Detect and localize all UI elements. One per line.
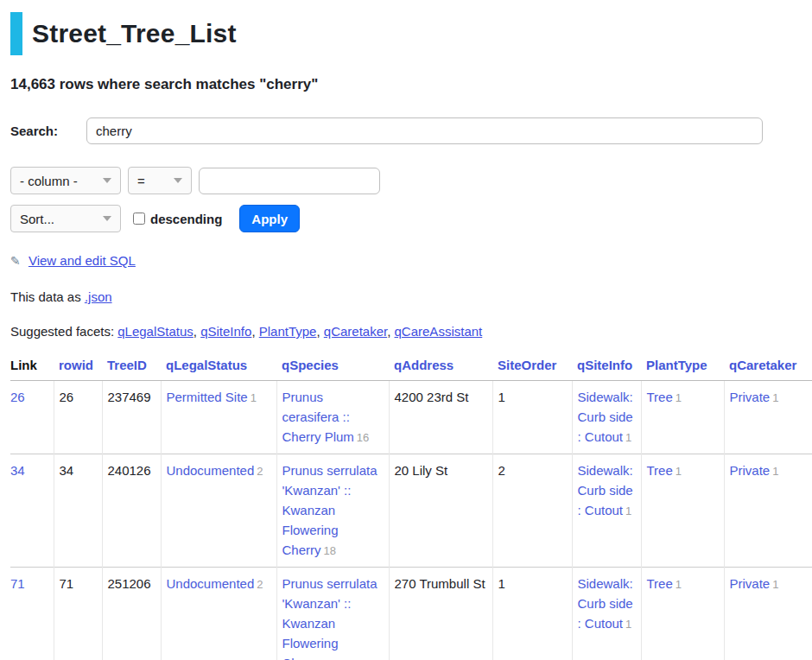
facet-count: 18: [324, 544, 336, 557]
cell-qaddress: 270 Trumbull St: [389, 568, 492, 660]
column-header-link: Link: [10, 354, 54, 381]
facet-count: 16: [357, 431, 369, 444]
page-header: Street_Tree_List: [10, 12, 812, 55]
pencil-icon: ✎: [10, 254, 21, 268]
facet-value-link[interactable]: Undocumented: [167, 463, 255, 478]
row-link[interactable]: 34: [10, 463, 25, 478]
operator-select-value: =: [137, 174, 145, 188]
sql-line: ✎ View and edit SQL: [10, 253, 812, 268]
facet-separator: ,: [316, 324, 323, 339]
cell-siteorder: 1: [492, 568, 572, 660]
column-header-qsiteinfo[interactable]: qSiteInfo: [572, 354, 641, 381]
facet-count: 2: [257, 578, 263, 591]
facet-link-qsiteinfo[interactable]: qSiteInfo: [200, 324, 251, 339]
column-header-planttype[interactable]: PlantType: [641, 354, 724, 381]
cell-siteorder: 2: [492, 454, 572, 568]
cell-qcaretaker: Private1: [724, 568, 812, 660]
row-link[interactable]: 26: [10, 390, 25, 404]
facet-separator: ,: [251, 324, 258, 339]
view-edit-sql-link[interactable]: View and edit SQL: [29, 253, 136, 268]
cell-qlegalstatus: Permitted Site1: [161, 381, 276, 454]
column-header-qspecies[interactable]: qSpecies: [276, 354, 389, 381]
facet-separator: ,: [387, 324, 394, 339]
filter-row: - column - =: [10, 167, 812, 194]
apply-button[interactable]: Apply: [239, 205, 300, 232]
cell-qlegalstatus: Undocumented2: [161, 454, 276, 568]
facet-count: 1: [676, 465, 682, 478]
row-link[interactable]: 71: [10, 576, 25, 591]
sort-by-qspecies-link[interactable]: qSpecies: [282, 358, 339, 372]
cell-siteorder: 1: [492, 381, 572, 454]
column-select[interactable]: - column -: [10, 167, 121, 194]
column-header-qlegalstatus[interactable]: qLegalStatus: [161, 354, 276, 381]
facet-link-qcaretaker[interactable]: qCaretaker: [324, 324, 387, 339]
column-header-rowid[interactable]: rowid: [54, 354, 102, 381]
cell-link: 26: [10, 381, 54, 454]
cell-link: 71: [10, 568, 54, 660]
sort-by-planttype-link[interactable]: PlantType: [646, 358, 707, 372]
chevron-down-icon: [103, 178, 111, 183]
data-as-line: This data as .json: [10, 289, 812, 304]
facet-value-link[interactable]: Permitted Site: [167, 390, 248, 404]
cell-rowid: 26: [54, 381, 102, 454]
filter-value-input[interactable]: [199, 168, 380, 194]
facet-value-link[interactable]: Private: [730, 390, 771, 404]
table-header-row: Link rowid TreeID qLegalStatus qSpecies …: [10, 354, 812, 381]
facet-link-planttype[interactable]: PlantType: [259, 324, 317, 339]
cell-rowid: 34: [54, 454, 102, 568]
chevron-down-icon: [174, 178, 182, 183]
search-form: Search:: [10, 117, 812, 144]
facet-value-link[interactable]: Tree: [647, 463, 673, 478]
facet-value-link[interactable]: Prunus serrulata 'Kwanzan' :: Kwanzan Fl…: [282, 576, 377, 660]
column-header-treeid[interactable]: TreeID: [102, 354, 161, 381]
facet-value-link[interactable]: Private: [730, 576, 771, 591]
search-input[interactable]: [86, 117, 763, 144]
sort-by-rowid-link[interactable]: rowid: [59, 358, 93, 372]
cell-link: 34: [10, 454, 54, 568]
column-header-qaddress[interactable]: qAddress: [389, 354, 492, 381]
facet-count: 1: [251, 391, 257, 404]
suggested-facets-line: Suggested facets: qLegalStatus, qSiteInf…: [10, 324, 812, 339]
descending-checkbox[interactable]: [133, 213, 145, 225]
facets-prefix: Suggested facets:: [10, 324, 117, 339]
facet-value-link[interactable]: Tree: [647, 576, 673, 591]
column-header-siteorder[interactable]: SiteOrder: [492, 354, 572, 381]
sort-by-treeid-link[interactable]: TreeID: [107, 358, 147, 372]
operator-select[interactable]: =: [128, 167, 192, 194]
cell-treeid: 237469: [102, 381, 161, 454]
facet-value-link[interactable]: Private: [730, 463, 771, 478]
row-count-summary: 14,663 rows where search matches "cherry…: [10, 76, 812, 93]
facet-count: 1: [676, 391, 682, 404]
table-row: 34 34 240126 Undocumented2 Prunus serrul…: [10, 454, 812, 568]
cell-qspecies: Prunus serrulata 'Kwanzan' :: Kwanzan Fl…: [276, 454, 389, 568]
facet-count: 1: [676, 578, 682, 591]
cell-treeid: 251206: [102, 568, 161, 660]
cell-qaddress: 4200 23rd St: [389, 381, 492, 454]
cell-planttype: Tree1: [641, 381, 724, 454]
cell-planttype: Tree1: [641, 568, 724, 660]
facet-count: 1: [625, 505, 631, 517]
sort-by-qlegalstatus-link[interactable]: qLegalStatus: [166, 358, 247, 372]
column-header-qcaretaker[interactable]: qCaretaker: [724, 354, 812, 381]
results-table: Link rowid TreeID qLegalStatus qSpecies …: [10, 354, 812, 660]
facet-value-link[interactable]: Undocumented: [167, 576, 255, 591]
facet-value-link[interactable]: Prunus serrulata 'Kwanzan' :: Kwanzan Fl…: [282, 463, 377, 557]
sort-by-siteorder-link[interactable]: SiteOrder: [498, 358, 556, 372]
cell-qspecies: Prunus cerasifera :: Cherry Plum16: [276, 381, 389, 454]
facet-link-qlegalstatus[interactable]: qLegalStatus: [117, 324, 193, 339]
cell-qcaretaker: Private1: [724, 381, 812, 454]
facet-value-link[interactable]: Tree: [647, 390, 673, 404]
cell-qsiteinfo: Sidewalk: Curb side : Cutout1: [572, 568, 641, 660]
column-select-value: - column -: [20, 174, 78, 188]
json-link[interactable]: .json: [85, 289, 112, 304]
facet-value-link[interactable]: Prunus cerasifera :: Cherry Plum: [282, 390, 354, 444]
sort-select[interactable]: Sort...: [10, 205, 121, 232]
sort-by-qaddress-link[interactable]: qAddress: [394, 358, 454, 372]
facet-count: 1: [625, 431, 631, 444]
cell-treeid: 240126: [102, 454, 161, 568]
facet-link-qcareassistant[interactable]: qCareAssistant: [395, 324, 483, 339]
sort-by-qcaretaker-link[interactable]: qCaretaker: [729, 358, 796, 372]
search-label: Search:: [10, 124, 86, 138]
facet-separator: ,: [193, 324, 200, 339]
sort-by-qsiteinfo-link[interactable]: qSiteInfo: [577, 358, 632, 372]
